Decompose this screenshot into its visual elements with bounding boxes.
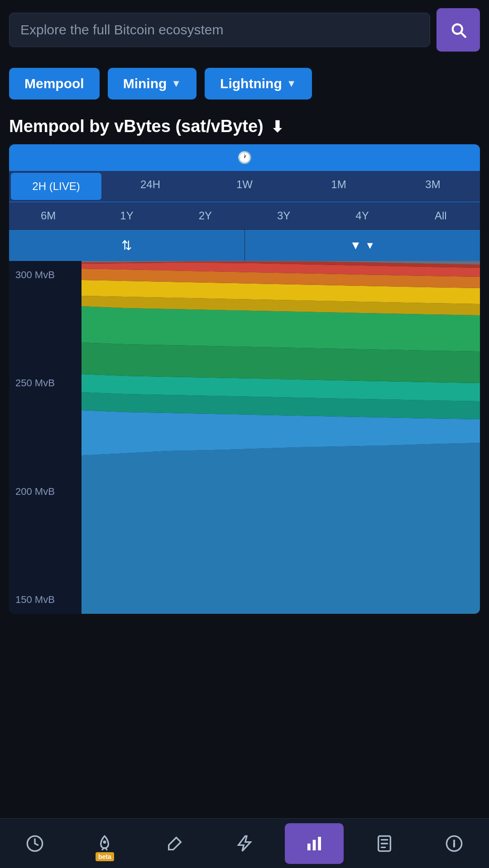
bottom-nav-dashboard[interactable] <box>5 823 64 864</box>
bottom-nav-accelerator[interactable]: beta <box>75 823 134 864</box>
nav-btn-mining[interactable]: Mining ▼ <box>108 68 197 100</box>
bottom-nav-info[interactable] <box>425 823 484 864</box>
time-btn-4y[interactable]: 4Y <box>323 202 401 229</box>
header: Explore the full Bitcoin ecosystem <box>0 0 489 60</box>
time-btn-2h-live[interactable]: 2H (LIVE) <box>11 173 101 200</box>
bottom-nav-docs[interactable] <box>355 823 414 864</box>
chart-icon <box>305 835 323 853</box>
beta-badge: beta <box>96 852 114 861</box>
controls-row: ⇅ ▼ ▼ <box>9 230 480 261</box>
svg-point-1 <box>103 840 106 844</box>
sort-button[interactable]: ⇅ <box>9 230 245 261</box>
bottom-nav-lightning[interactable] <box>215 823 274 864</box>
search-placeholder-text: Explore the full Bitcoin ecosystem <box>20 22 224 38</box>
clock-icon: 🕐 <box>237 151 252 165</box>
docs-icon <box>375 835 393 853</box>
search-button[interactable] <box>436 8 480 52</box>
time-btn-24h[interactable]: 24H <box>103 171 197 202</box>
mining-dropdown-arrow: ▼ <box>171 78 181 90</box>
mining-icon <box>166 835 184 853</box>
nav-bar: Mempool Mining ▼ Lightning ▼ <box>0 60 489 104</box>
time-btn-3m[interactable]: 3M <box>386 171 480 202</box>
lightning-icon <box>235 835 254 853</box>
time-btn-1y[interactable]: 1Y <box>87 202 166 229</box>
time-selector-row1: 2H (LIVE) 24H 1W 1M 3M <box>9 171 480 202</box>
lightning-dropdown-arrow: ▼ <box>287 78 297 90</box>
y-label-150: 150 MvB <box>9 595 82 605</box>
svg-rect-2 <box>307 844 311 850</box>
bottom-nav: beta <box>0 818 489 868</box>
search-input[interactable]: Explore the full Bitcoin ecosystem <box>9 13 430 47</box>
chart-area: 300 MvB 250 MvB 200 MvB 150 MvB <box>9 261 480 614</box>
time-btn-3y[interactable]: 3Y <box>244 202 323 229</box>
time-btn-all[interactable]: All <box>402 202 480 229</box>
nav-btn-mempool[interactable]: Mempool <box>9 68 100 100</box>
time-btn-1m[interactable]: 1M <box>292 171 386 202</box>
filter-dropdown-icon: ▼ <box>365 240 375 251</box>
time-btn-2y[interactable]: 2Y <box>166 202 244 229</box>
dashboard-icon <box>26 835 44 853</box>
filter-icon: ▼ <box>350 238 361 252</box>
filter-button[interactable]: ▼ ▼ <box>245 230 480 261</box>
time-selector-row2: 6M 1Y 2Y 3Y 4Y All <box>9 202 480 230</box>
bottom-nav-chart[interactable] <box>285 823 344 864</box>
y-label-300: 300 MvB <box>9 270 82 280</box>
bottom-nav-mining[interactable] <box>145 823 204 864</box>
chart-svg <box>82 261 480 614</box>
section-title: Mempool by vBytes (sat/vByte) ⬇ <box>0 104 489 144</box>
sort-icon: ⇅ <box>121 238 132 253</box>
time-btn-6m[interactable]: 6M <box>9 202 87 229</box>
download-icon[interactable]: ⬇ <box>271 118 283 136</box>
y-axis: 300 MvB 250 MvB 200 MvB 150 MvB <box>9 261 82 614</box>
time-btn-1w[interactable]: 1W <box>197 171 292 202</box>
search-icon <box>449 20 468 39</box>
nav-btn-lightning[interactable]: Lightning ▼ <box>205 68 312 100</box>
chart-container: 🕐 2H (LIVE) 24H 1W 1M 3M 6M 1Y 2Y 3Y 4Y … <box>9 144 480 614</box>
svg-rect-3 <box>313 840 316 850</box>
mempool-chart-svg <box>82 261 480 614</box>
rocket-icon <box>96 835 114 853</box>
live-bar: 🕐 <box>9 144 480 171</box>
y-label-250: 250 MvB <box>9 378 82 388</box>
y-label-200: 200 MvB <box>9 487 82 497</box>
chart-layer-blue-deep <box>82 443 480 614</box>
svg-rect-4 <box>318 837 321 850</box>
info-icon <box>445 835 463 853</box>
